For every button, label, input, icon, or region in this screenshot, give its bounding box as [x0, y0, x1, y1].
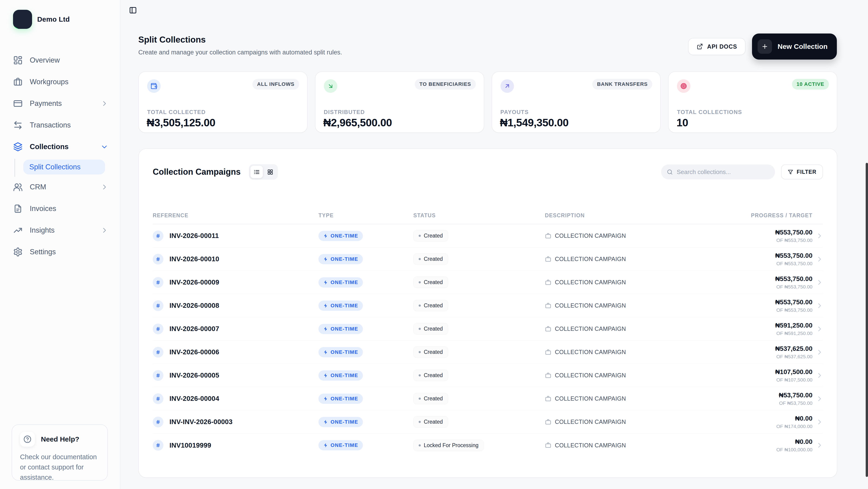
zap-icon: [323, 326, 328, 332]
row-status: Created: [424, 372, 443, 378]
table-row[interactable]: INV-2026-00005 ONE-TIME Created COLLECTI…: [153, 364, 823, 387]
search-box: [661, 165, 775, 179]
row-status: Created: [424, 303, 443, 309]
list-view-button[interactable]: [250, 166, 263, 178]
layers-icon: [13, 142, 23, 152]
row-description: COLLECTION CAMPAIGN: [555, 325, 626, 332]
zap-icon: [323, 373, 328, 378]
chevron-right-icon[interactable]: [816, 349, 823, 356]
campaigns-card: Collection Campaigns: [138, 148, 837, 478]
table-row[interactable]: INV-2026-00007 ONE-TIME Created COLLECTI…: [153, 317, 823, 341]
sidebar-item-label: Insights: [30, 226, 55, 234]
row-target: OF ₦100,000.00: [734, 447, 812, 453]
chevron-right-icon[interactable]: [816, 256, 823, 263]
type-badge: ONE-TIME: [318, 417, 363, 427]
row-status: Created: [424, 233, 443, 239]
sidebar-item-invoices[interactable]: Invoices: [0, 200, 120, 218]
table-body: INV-2026-00011 ONE-TIME Created COLLECTI…: [153, 224, 823, 457]
grid-view-button[interactable]: [264, 166, 276, 178]
zap-icon: [323, 233, 328, 238]
briefcase-icon: [545, 372, 551, 379]
type-badge: ONE-TIME: [318, 440, 363, 450]
chevron-right-icon[interactable]: [816, 395, 823, 402]
table-row[interactable]: INV-2026-00010 ONE-TIME Created COLLECTI…: [153, 248, 823, 271]
type-badge: ONE-TIME: [318, 254, 363, 264]
briefcase-icon: [545, 279, 551, 286]
sidebar-item-overview[interactable]: Overview: [0, 51, 120, 69]
row-progress: ₦537,625.00: [734, 345, 812, 352]
briefcase-icon: [545, 442, 551, 449]
new-collection-button[interactable]: New Collection: [752, 33, 837, 60]
chevron-right-icon[interactable]: [816, 279, 823, 286]
help-circle-icon: [23, 435, 32, 443]
chevron-right-icon[interactable]: [816, 325, 823, 333]
external-link-icon: [696, 43, 703, 50]
chevron-right-icon[interactable]: [816, 232, 823, 239]
row-progress: ₦53,750.00: [734, 392, 812, 399]
plus-icon-box: [757, 39, 772, 54]
row-description: COLLECTION CAMPAIGN: [555, 302, 626, 309]
briefcase-icon: [13, 77, 23, 87]
column-header-type: TYPE: [318, 212, 413, 219]
hash-icon: [153, 393, 163, 404]
scrollbar-thumb[interactable]: [866, 163, 868, 477]
zap-icon: [323, 303, 328, 308]
arrow-down-right-icon: [324, 79, 337, 93]
table-row[interactable]: INV-2026-00004 ONE-TIME Created COLLECTI…: [153, 387, 823, 410]
row-progress: ₦591,250.00: [734, 322, 812, 329]
sidebar-item-payments[interactable]: Payments: [0, 95, 120, 112]
table-row[interactable]: INV-2026-00008 ONE-TIME Created COLLECTI…: [153, 294, 823, 317]
chevron-right-icon[interactable]: [816, 419, 823, 426]
plus-icon: [761, 43, 768, 50]
row-type: ONE-TIME: [331, 396, 358, 402]
table-row[interactable]: INV-2026-00009 ONE-TIME Created COLLECTI…: [153, 271, 823, 294]
stat-badge: TO BENEFICIARIES: [415, 79, 475, 90]
filter-label: FILTER: [797, 169, 816, 175]
stat-badge: BANK TRANSFERS: [592, 79, 652, 90]
page-subtitle: Create and manage your collection campai…: [138, 49, 342, 56]
sidebar-item-label: CRM: [30, 183, 46, 191]
sidebar-item-collections[interactable]: Collections: [0, 138, 120, 155]
search-input[interactable]: [677, 168, 769, 176]
sidebar-toggle-icon[interactable]: [129, 6, 137, 15]
sidebar-item-insights[interactable]: Insights: [0, 222, 120, 239]
table-row[interactable]: INV-2026-00011 ONE-TIME Created COLLECTI…: [153, 224, 823, 248]
table-row[interactable]: INV-INV-2026-00003 ONE-TIME Created COLL…: [153, 410, 823, 434]
table-row[interactable]: INV10019999 ONE-TIME Locked For Processi…: [153, 434, 823, 457]
row-description: COLLECTION CAMPAIGN: [555, 372, 626, 379]
sidebar-item-transactions[interactable]: Transactions: [0, 116, 120, 134]
row-target: OF ₦174,000.00: [734, 424, 812, 429]
table-row[interactable]: INV-2026-00006 ONE-TIME Created COLLECTI…: [153, 341, 823, 364]
stat-badge: 10 ACTIVE: [792, 79, 829, 90]
sidebar-item-workgroups[interactable]: Workgroups: [0, 73, 120, 91]
help-card[interactable]: Need Help? Check our documentation or co…: [11, 424, 108, 481]
row-status: Locked For Processing: [424, 442, 478, 449]
status-dot-icon: [418, 281, 421, 283]
api-docs-button[interactable]: API DOCS: [688, 38, 745, 55]
status-dot-icon: [418, 258, 421, 260]
chevron-right-icon[interactable]: [816, 302, 823, 309]
column-header-status: STATUS: [413, 212, 545, 219]
chevron-right-icon[interactable]: [816, 442, 823, 449]
type-badge: ONE-TIME: [318, 324, 363, 334]
sidebar-item-settings[interactable]: Settings: [0, 243, 120, 261]
status-badge: Created: [413, 370, 448, 381]
chevron-right-icon: [101, 100, 108, 107]
sidebar-item-label: Invoices: [30, 204, 56, 213]
status-dot-icon: [418, 305, 421, 307]
sidebar-subitem-split-collections[interactable]: Split Collections: [23, 160, 105, 174]
new-collection-label: New Collection: [778, 42, 828, 51]
chevron-right-icon[interactable]: [816, 372, 823, 379]
type-badge: ONE-TIME: [318, 277, 363, 288]
file-icon: [13, 204, 23, 213]
row-target: OF ₦553,750.00: [734, 261, 812, 266]
view-toggle: [249, 164, 278, 180]
filter-button[interactable]: FILTER: [781, 165, 823, 179]
sidebar-item-crm[interactable]: CRM: [0, 178, 120, 196]
row-description: COLLECTION CAMPAIGN: [555, 256, 626, 262]
sidebar-item-label: Workgroups: [30, 78, 69, 86]
chevron-right-icon: [101, 227, 108, 234]
chevron-down-icon: [101, 143, 108, 150]
row-reference: INV-2026-00005: [169, 372, 219, 379]
hash-icon: [153, 347, 163, 357]
